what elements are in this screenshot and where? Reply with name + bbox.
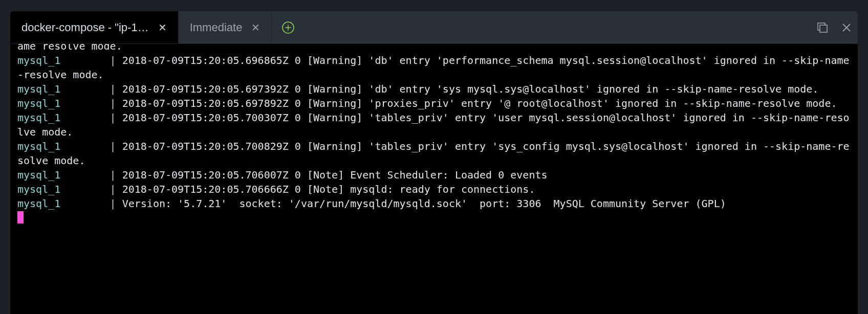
- tab-label: docker-compose - "ip-1…: [21, 21, 149, 34]
- svg-rect-4: [820, 25, 827, 32]
- log-service: mysql_1: [17, 83, 104, 95]
- tab-bar: docker-compose - "ip-1… ✕ Immediate ✕: [10, 11, 858, 44]
- log-message: 2018-07-09T15:20:05.697392Z 0 [Warning] …: [122, 83, 819, 95]
- log-service: mysql_1: [17, 183, 104, 195]
- close-icon[interactable]: ✕: [158, 23, 167, 33]
- log-service: mysql_1: [17, 111, 104, 124]
- log-line: mysql_1 | Version: '5.7.21' socket: '/va…: [17, 196, 851, 211]
- tab-docker-compose[interactable]: docker-compose - "ip-1… ✕: [10, 11, 179, 43]
- log-service: mysql_1: [17, 97, 104, 109]
- log-message: 2018-07-09T15:20:05.697892Z 0 [Warning] …: [122, 97, 837, 109]
- log-message: Version: '5.7.21' socket: '/var/run/mysq…: [122, 197, 726, 210]
- maximize-icon[interactable]: [817, 22, 828, 33]
- log-line: mysql_1 | 2018-07-09T15:20:05.697392Z 0 …: [17, 82, 851, 96]
- log-service: mysql_1: [17, 54, 104, 66]
- log-line: mysql_1 | 2018-07-09T15:20:05.706666Z 0 …: [17, 182, 851, 196]
- log-separator: |: [104, 183, 122, 195]
- log-line: mysql_1 | 2018-07-09T15:20:05.700307Z 0 …: [17, 110, 851, 139]
- log-separator: |: [104, 140, 122, 152]
- log-separator: |: [104, 111, 122, 124]
- log-line: mysql_1 | 2018-07-09T15:20:05.700829Z 0 …: [17, 139, 851, 168]
- log-service: mysql_1: [17, 197, 104, 210]
- add-tab-button[interactable]: [272, 11, 305, 43]
- close-panel-icon[interactable]: [841, 23, 852, 33]
- log-separator: |: [104, 169, 122, 181]
- log-separator: |: [104, 54, 122, 66]
- tab-immediate[interactable]: Immediate ✕: [179, 11, 272, 43]
- log-message: 2018-07-09T15:20:05.706666Z 0 [Note] mys…: [122, 183, 535, 195]
- terminal-panel: docker-compose - "ip-1… ✕ Immediate ✕: [10, 11, 858, 314]
- log-line: mysql_1 | 2018-07-09T15:20:05.706007Z 0 …: [17, 168, 851, 182]
- log-message: 2018-07-09T15:20:05.700829Z 0 [Warning] …: [17, 140, 850, 167]
- log-message: 2018-07-09T15:20:05.696865Z 0 [Warning] …: [17, 54, 850, 81]
- log-separator: |: [104, 97, 122, 109]
- log-message: 2018-07-09T15:20:05.700307Z 0 [Warning] …: [17, 111, 850, 138]
- log-line: mysql_1 | 2018-07-09T15:20:05.697892Z 0 …: [17, 96, 851, 110]
- log-service: mysql_1: [17, 169, 104, 181]
- tabbar-actions: [817, 11, 852, 43]
- terminal-cursor: [17, 211, 851, 225]
- log-separator: |: [104, 83, 122, 95]
- tab-label: Immediate: [190, 21, 243, 34]
- log-message: 2018-07-09T15:20:05.706007Z 0 [Note] Eve…: [122, 169, 548, 181]
- log-separator: |: [104, 197, 122, 210]
- plus-icon: [281, 21, 295, 34]
- log-line-cutoff: ame resolve mode.: [17, 44, 851, 53]
- terminal-output[interactable]: ame resolve mode.mysql_1 | 2018-07-09T15…: [10, 44, 858, 314]
- log-line: mysql_1 | 2018-07-09T15:20:05.696865Z 0 …: [17, 53, 851, 82]
- log-service: mysql_1: [17, 140, 104, 152]
- close-icon[interactable]: ✕: [251, 23, 260, 33]
